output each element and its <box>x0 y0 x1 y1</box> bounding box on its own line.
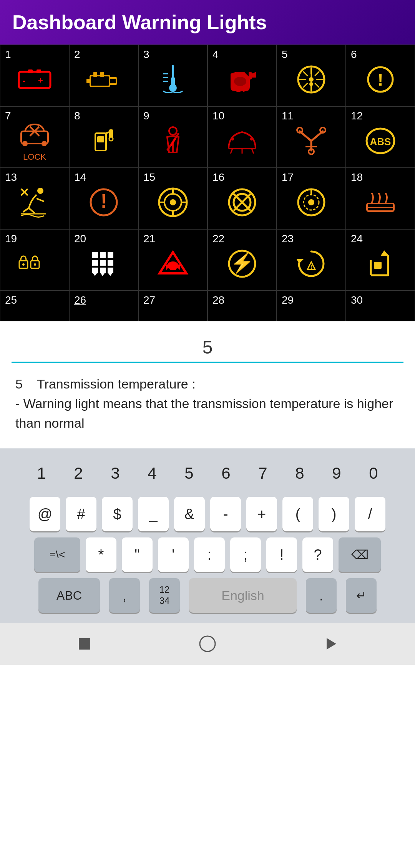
key-hash[interactable]: # <box>66 497 96 531</box>
cell-7[interactable]: 7 LOCK <box>0 106 69 168</box>
svg-rect-97 <box>108 260 113 266</box>
search-input[interactable] <box>12 333 403 363</box>
cell-1[interactable]: 1 - + <box>0 45 69 106</box>
cell-21[interactable]: 21 <box>138 229 208 291</box>
cell-9[interactable]: 9 <box>138 106 208 168</box>
svg-text:!: ! <box>101 190 107 212</box>
cell-23[interactable]: 23 ! <box>277 229 346 291</box>
cell-24[interactable]: 24 <box>346 229 415 291</box>
svg-rect-116 <box>79 638 90 650</box>
cell-11[interactable]: 11 <box>277 106 346 168</box>
cell-30[interactable]: 30 <box>346 291 415 321</box>
period-key[interactable]: . <box>306 578 337 613</box>
key-8[interactable]: 8 <box>281 456 318 491</box>
cell-6[interactable]: 6 ! <box>346 45 415 106</box>
key-colon[interactable]: : <box>194 537 225 572</box>
traction-icon <box>19 187 50 218</box>
cell-20[interactable]: 20 <box>69 229 138 291</box>
key-plus[interactable]: + <box>246 497 277 531</box>
key-semicolon[interactable]: ; <box>230 537 261 572</box>
lane-depart-icon <box>158 248 188 279</box>
cell-28[interactable]: 28 <box>208 291 277 321</box>
svg-rect-114 <box>374 262 382 269</box>
key-7[interactable]: 7 <box>244 456 281 491</box>
key-0[interactable]: 0 <box>355 456 392 491</box>
cell-12[interactable]: 12 ABS <box>346 106 415 168</box>
key-exclamation[interactable]: ! <box>266 537 297 572</box>
svg-text:-: - <box>23 76 25 85</box>
key-quote[interactable]: " <box>122 537 153 572</box>
svg-point-52 <box>250 137 253 141</box>
cell-13[interactable]: 13 <box>0 168 69 229</box>
svg-point-107 <box>176 268 179 271</box>
cell-14[interactable]: 14 ! <box>69 168 138 229</box>
fuel-pump-icon <box>92 126 115 156</box>
svg-text:+: + <box>38 76 43 85</box>
home-button[interactable] <box>71 630 98 657</box>
key-apostrophe[interactable]: ' <box>158 537 189 572</box>
cell-27[interactable]: 27 <box>138 291 208 321</box>
numbers-toggle[interactable]: 1234 <box>149 578 180 613</box>
description-box: 5 Transmission temperature : - Warning l… <box>0 363 415 441</box>
cell-10[interactable]: 10 <box>208 106 277 168</box>
key-open-paren[interactable]: ( <box>282 497 313 531</box>
key-slash[interactable]: / <box>355 497 385 531</box>
svg-point-42 <box>109 137 113 141</box>
cell-2[interactable]: 2 <box>69 45 138 106</box>
svg-point-117 <box>200 636 215 651</box>
oil-icon <box>225 66 259 93</box>
cell-29[interactable]: 29 <box>277 291 346 321</box>
seatbelt-icon <box>159 126 186 156</box>
backspace-button[interactable]: ⌫ <box>339 537 381 572</box>
coolant-temp-icon <box>159 64 186 95</box>
svg-line-26 <box>315 83 319 87</box>
cell-22[interactable]: 22 ⚡ <box>208 229 277 291</box>
key-minus[interactable]: - <box>210 497 241 531</box>
key-underscore[interactable]: _ <box>138 497 169 531</box>
key-5[interactable]: 5 <box>171 456 208 491</box>
cell-15[interactable]: 15 <box>138 168 208 229</box>
cell-4[interactable]: 4 <box>208 45 277 106</box>
key-2[interactable]: 2 <box>60 456 97 491</box>
svg-rect-7 <box>93 72 97 77</box>
english-key[interactable]: English <box>189 578 297 613</box>
key-question[interactable]: ? <box>302 537 333 572</box>
cell-18[interactable]: 18 <box>346 168 415 229</box>
cell-16[interactable]: 16 <box>208 168 277 229</box>
recent-button[interactable] <box>317 630 344 657</box>
svg-point-106 <box>167 268 170 271</box>
key-3[interactable]: 3 <box>97 456 134 491</box>
svg-rect-13 <box>171 78 175 88</box>
svg-rect-94 <box>108 252 113 258</box>
key-amp[interactable]: & <box>174 497 205 531</box>
back-button[interactable] <box>194 630 221 657</box>
key-4[interactable]: 4 <box>134 456 171 491</box>
enter-key[interactable]: ↵ <box>346 578 377 613</box>
key-at[interactable]: @ <box>30 497 60 531</box>
svg-line-25 <box>304 72 307 76</box>
key-9[interactable]: 9 <box>318 456 355 491</box>
cell-5[interactable]: 5 <box>277 45 346 106</box>
cell-8[interactable]: 8 <box>69 106 138 168</box>
svg-point-51 <box>231 137 234 141</box>
svg-line-27 <box>315 72 319 76</box>
cell-19[interactable]: 19 <box>0 229 69 291</box>
key-6[interactable]: 6 <box>208 456 244 491</box>
stability-icon <box>157 187 189 218</box>
cell-3[interactable]: 3 <box>138 45 208 106</box>
svg-point-91 <box>34 263 36 266</box>
key-asterisk[interactable]: * <box>86 537 116 572</box>
key-close-paren[interactable]: ) <box>319 497 349 531</box>
cell-17[interactable]: 17 <box>277 168 346 229</box>
svg-line-65 <box>23 208 29 212</box>
svg-text:!: ! <box>310 264 312 270</box>
key-equals-backslash[interactable]: =\< <box>34 537 80 572</box>
key-1[interactable]: 1 <box>23 456 60 491</box>
comma-key[interactable]: , <box>109 578 140 613</box>
key-dollar[interactable]: $ <box>102 497 133 531</box>
svg-text:⚡: ⚡ <box>230 251 254 274</box>
cell-25[interactable]: 25 <box>0 291 69 321</box>
battery-icon: - + <box>17 68 52 91</box>
cell-26[interactable]: 26 <box>69 291 138 321</box>
abc-button[interactable]: ABC <box>38 578 100 613</box>
